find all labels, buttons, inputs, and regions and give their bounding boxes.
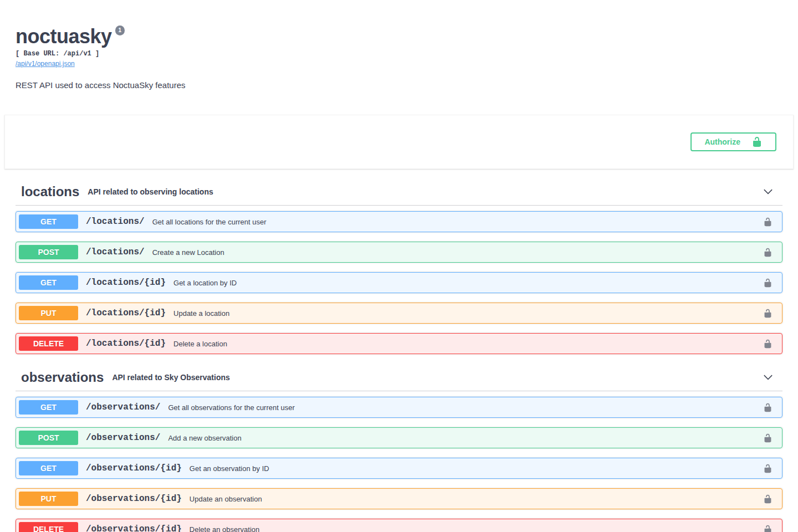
chevron-down-icon[interactable]	[762, 186, 774, 198]
section-description: API related to Sky Observations	[112, 373, 229, 382]
section-title: locations	[21, 183, 79, 200]
operation-summary: Create a new Location	[152, 248, 224, 257]
unlock-icon	[763, 433, 773, 443]
operation-path: /observations/{id}	[86, 463, 182, 473]
operation-summary: Delete an observation	[190, 525, 259, 532]
operation-summary: Get all locations for the current user	[152, 218, 267, 226]
operation-path: /observations/{id}	[86, 524, 182, 532]
method-badge[interactable]: DELETE	[19, 522, 78, 532]
method-badge[interactable]: PUT	[19, 492, 78, 506]
api-title: noctuasky 1	[16, 27, 782, 47]
operation-row[interactable]: POST /observations/ Add a new observatio…	[16, 427, 782, 448]
operations: GET /observations/ Get all observations …	[16, 397, 782, 532]
chevron-down-icon[interactable]	[762, 371, 774, 383]
operation-row[interactable]: PUT /observations/{id} Update an observa…	[16, 488, 782, 509]
unlock-icon	[763, 464, 773, 473]
authorize-label: Authorize	[704, 137, 740, 146]
section-header[interactable]: locations API related to observing locat…	[16, 178, 782, 206]
section-description: API related to observing locations	[88, 187, 213, 196]
section-header[interactable]: observations API related to Sky Observat…	[16, 364, 782, 391]
api-description: REST API used to access NoctuaSky featur…	[16, 80, 782, 90]
operation-row[interactable]: DELETE /observations/{id} Delete an obse…	[16, 519, 782, 532]
unlock-icon	[763, 525, 773, 532]
operation-path: /observations/{id}	[86, 494, 182, 504]
operation-auth-button[interactable]	[763, 433, 773, 443]
operation-auth-button[interactable]	[763, 278, 773, 288]
operation-auth-button[interactable]	[763, 494, 773, 504]
api-section: observations API related to Sky Observat…	[16, 364, 782, 532]
operation-auth-button[interactable]	[763, 464, 773, 473]
operation-summary: Get an observation by ID	[190, 464, 269, 473]
api-info: noctuasky 1 [ Base URL: /api/v1 ] /api/v…	[0, 0, 798, 90]
operation-path: /observations/	[86, 433, 160, 443]
unlock-icon	[763, 217, 773, 227]
operation-row[interactable]: PUT /locations/{id} Update a location	[16, 303, 782, 324]
unlock-icon	[763, 403, 773, 412]
operation-path: /locations/	[86, 217, 145, 227]
method-badge[interactable]: GET	[19, 275, 78, 290]
operations: GET /locations/ Get all locations for th…	[16, 211, 782, 354]
operation-summary: Update an observation	[190, 495, 262, 503]
api-section: locations API related to observing locat…	[16, 178, 782, 354]
version-badge: 1	[115, 25, 125, 35]
api-title-text: noctuasky	[16, 27, 112, 47]
operation-auth-button[interactable]	[763, 248, 773, 257]
operation-path: /locations/{id}	[86, 278, 166, 288]
scheme-container: Authorize	[4, 115, 794, 169]
operation-row[interactable]: GET /observations/{id} Get an observatio…	[16, 458, 782, 479]
operation-path: /observations/	[86, 402, 160, 412]
operation-path: /locations/{id}	[86, 308, 166, 318]
unlock-icon	[763, 278, 773, 288]
operation-row[interactable]: POST /locations/ Create a new Location	[16, 242, 782, 263]
operation-auth-button[interactable]	[763, 525, 773, 532]
operation-auth-button[interactable]	[763, 339, 773, 349]
method-badge[interactable]: POST	[19, 431, 78, 445]
operation-summary: Get all observations for the current use…	[168, 403, 294, 412]
operation-auth-button[interactable]	[763, 309, 773, 318]
unlock-icon	[763, 494, 773, 504]
operation-row[interactable]: GET /observations/ Get all observations …	[16, 397, 782, 418]
sections: locations API related to observing locat…	[0, 178, 798, 532]
operation-summary: Add a new observation	[168, 434, 241, 442]
operation-auth-button[interactable]	[763, 403, 773, 412]
operation-path: /locations/	[86, 247, 145, 257]
operation-row[interactable]: DELETE /locations/{id} Delete a location	[16, 333, 782, 354]
operation-path: /locations/{id}	[86, 339, 166, 349]
operation-summary: Delete a location	[173, 340, 227, 348]
method-badge[interactable]: GET	[19, 461, 78, 475]
operation-summary: Get a location by ID	[173, 279, 237, 287]
method-badge[interactable]: POST	[19, 245, 78, 259]
method-badge[interactable]: DELETE	[19, 336, 78, 351]
method-badge[interactable]: PUT	[19, 306, 78, 320]
unlock-icon	[763, 309, 773, 318]
section-title: observations	[21, 369, 104, 385]
openapi-spec-link[interactable]: /api/v1/openapi.json	[16, 60, 75, 68]
authorize-button[interactable]: Authorize	[690, 132, 776, 151]
base-url: [ Base URL: /api/v1 ]	[16, 50, 782, 58]
unlock-icon	[751, 136, 763, 147]
method-badge[interactable]: GET	[19, 214, 78, 229]
method-badge[interactable]: GET	[19, 400, 78, 415]
operation-auth-button[interactable]	[763, 217, 773, 227]
operation-row[interactable]: GET /locations/{id} Get a location by ID	[16, 272, 782, 293]
unlock-icon	[763, 339, 773, 349]
swagger-ui: noctuasky 1 [ Base URL: /api/v1 ] /api/v…	[0, 0, 798, 532]
operation-summary: Update a location	[173, 309, 229, 318]
operation-row[interactable]: GET /locations/ Get all locations for th…	[16, 211, 782, 232]
unlock-icon	[763, 248, 773, 257]
